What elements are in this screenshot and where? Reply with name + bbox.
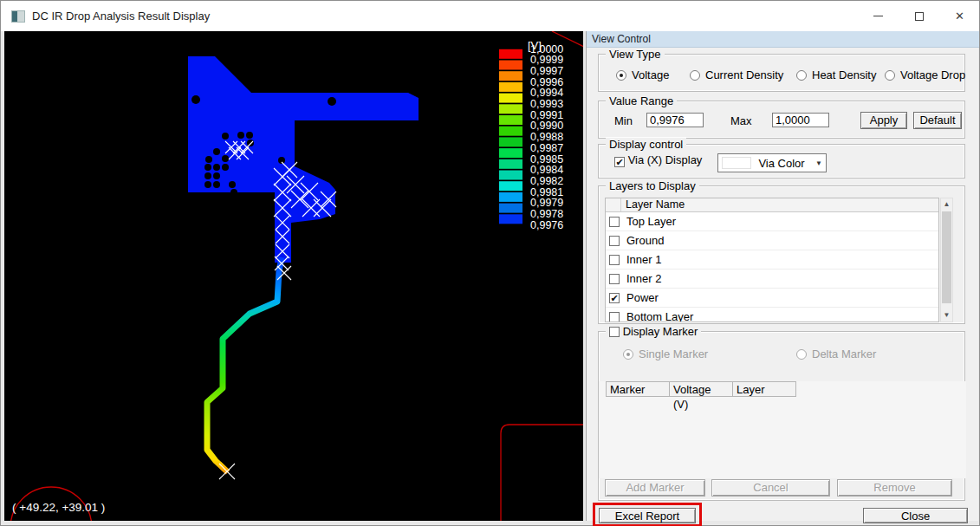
via-dot [204,164,211,171]
via-dot [204,181,211,188]
radio-label: Voltage [632,68,669,81]
min-label: Min [614,114,633,127]
legend-swatch [499,214,522,224]
layer-label: Bottom Layer [626,310,693,322]
voltage-column: Voltage (V) [670,381,733,397]
legend-swatch [499,82,522,92]
remove-button[interactable]: Remove [837,479,952,497]
via-color-label: Via Color [751,157,812,170]
layer-label: Ground [626,234,664,247]
add-marker-button[interactable]: Add Marker [605,479,705,497]
scroll-up-icon[interactable]: ▲ [941,198,952,211]
maximize-icon [915,12,924,21]
minimize-button[interactable] [858,1,899,31]
layers-rows: Top LayerGroundInner 1Inner 2✔PowerBotto… [606,212,938,322]
legend-swatch [499,148,522,158]
view-type-group: View Type VoltageCurrent DensityHeat Den… [598,54,965,92]
highlight-annotation [593,503,702,526]
layer-row-power[interactable]: ✔Power [606,289,938,308]
voltage-trace [207,257,282,472]
legend-swatch [499,49,522,59]
close-dialog-button[interactable]: Close [863,508,968,523]
via-color-swatch [722,157,751,169]
layers-table[interactable]: Layer Name Top LayerGroundInner 1Inner 2… [605,198,939,322]
scroll-thumb[interactable] [942,211,951,303]
legend-swatch [499,192,522,202]
layer-row-bottom-layer[interactable]: Bottom Layer [606,308,938,322]
layer-row-top-layer[interactable]: Top Layer [606,212,938,231]
via-dot [191,95,200,104]
chevron-down-icon: ▼ [812,159,826,167]
close-icon: ✕ [955,10,964,23]
cancel-button[interactable]: Cancel [711,479,830,497]
legend-value: 0,9976 [530,219,563,231]
via-dot [229,181,236,188]
legend-swatch [499,127,522,136]
min-value-input[interactable] [646,113,704,127]
radio-voltage-drop[interactable]: Voltage Drop [885,68,965,81]
checkbox-icon[interactable] [609,217,620,227]
legend-swatch [499,71,522,81]
layer-label: Inner 2 [626,272,661,285]
legend-swatch [499,94,522,103]
close-button[interactable]: ✕ [939,1,980,31]
single-marker-radio: Single Marker [623,347,708,360]
radio-heat-density[interactable]: Heat Density [796,68,876,81]
checkbox-icon[interactable] [609,312,620,322]
radio-label: Voltage Drop [900,68,965,81]
layer-row-inner-1[interactable]: Inner 1 [606,250,938,269]
via-dot [213,181,220,188]
view-control-panel: View Control View Type VoltageCurrent De… [586,31,978,521]
layers-table-header: Layer Name [606,198,938,212]
maximize-button[interactable] [899,1,939,31]
layer-row-ground[interactable]: Ground [606,231,938,250]
pcb-voltage-map: 1,00000,99990,99970,99960,99940,99930,99… [4,31,583,521]
layer-name-column-header: Layer Name [621,198,685,211]
checkbox-icon: ✔ [614,157,625,167]
apply-button[interactable]: Apply [860,112,907,129]
via-display-checkbox[interactable]: ✔ Via (X) Display [614,153,702,167]
radio-icon [623,349,633,360]
radio-label: Heat Density [812,68,876,81]
via-dot [222,133,229,140]
default-button[interactable]: Default [913,112,962,129]
analysis-canvas[interactable]: 1,00000,99990,99970,99960,99940,99930,99… [4,31,583,521]
title-bar[interactable]: DC IR Drop Analysis Result Display ✕ [1,1,979,31]
legend-swatch [499,104,522,114]
via-dot [237,132,244,139]
via-dot [213,164,220,171]
scroll-down-icon[interactable]: ▼ [941,309,952,321]
legend-unit-label: [V] [528,39,542,52]
radio-voltage[interactable]: Voltage [616,68,669,81]
display-marker-checkbox[interactable]: Display Marker [606,325,701,338]
board-outline-corner [501,425,583,521]
via-dot [222,155,229,162]
legend-swatch [499,171,522,180]
max-value-input[interactable] [772,113,829,127]
display-control-group: Display control ✔ Via (X) Display Via Co… [598,144,965,179]
layers-scrollbar[interactable]: ▲ ▼ [940,198,953,322]
via-x-marker [219,464,235,479]
checkbox-icon [609,327,620,337]
via-dot [246,132,253,139]
checkbox-icon[interactable]: ✔ [609,293,620,303]
radio-icon [885,70,895,81]
layer-row-inner-2[interactable]: Inner 2 [606,269,938,289]
radio-current-density[interactable]: Current Density [690,68,783,81]
max-label: Max [730,114,752,127]
minimize-icon [873,16,883,16]
app-icon [11,10,25,23]
via-dot [247,140,254,146]
legend-swatch [499,137,522,146]
checkbox-icon[interactable] [609,274,620,284]
checkbox-icon[interactable] [609,236,620,246]
radio-label: Current Density [705,68,783,81]
radio-icon [616,70,626,81]
value-range-group: Value Range Min Max Apply Default [598,101,965,139]
radio-icon [690,70,700,81]
cursor-coordinates: ( +49.22, +39.01 ) [12,501,105,514]
via-color-dropdown[interactable]: Via Color ▼ [717,153,827,172]
legend-swatch [499,61,522,70]
checkbox-icon[interactable] [609,255,620,265]
via-dot [205,156,212,163]
